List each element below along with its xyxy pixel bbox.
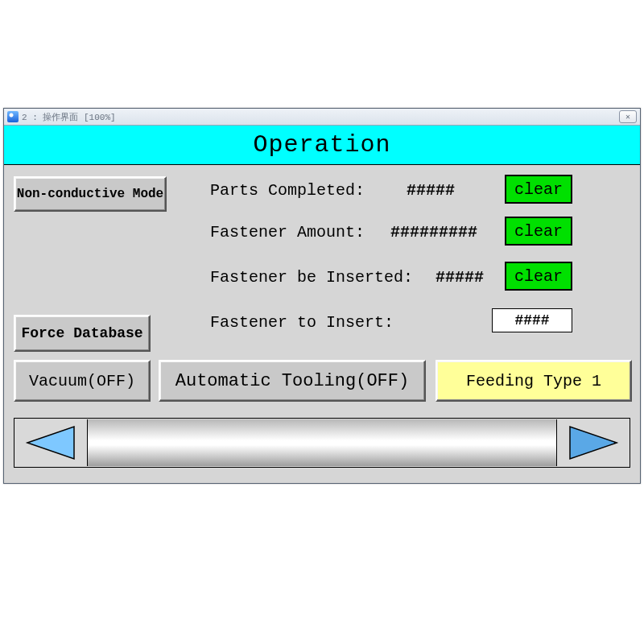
fastener-to-insert-input[interactable]: #### (492, 308, 572, 332)
svg-marker-1 (570, 427, 617, 459)
close-icon: ✕ (625, 112, 630, 122)
clear-label: clear (514, 222, 563, 241)
nav-next-button[interactable] (556, 419, 630, 466)
fastener-amount-value: ######### (390, 223, 477, 242)
page-header: Operation (4, 126, 640, 165)
parts-completed-label: Parts Completed: (210, 181, 365, 200)
fastener-to-insert-label: Fastener to Insert: (210, 313, 394, 332)
titlebar: 2 : 操作界面 [100%] ✕ (4, 109, 640, 126)
clear-label: clear (514, 180, 563, 199)
clear-fastener-inserted-button[interactable]: clear (505, 262, 572, 291)
fastener-to-insert-value: #### (514, 312, 549, 328)
mode-button-label: Non-conductive Mode (17, 187, 163, 201)
app-icon (7, 111, 19, 122)
nav-prev-button[interactable] (14, 419, 88, 466)
vacuum-toggle-button[interactable]: Vacuum(OFF) (14, 360, 151, 402)
arrow-left-icon (23, 423, 79, 462)
fastener-inserted-value: ##### (436, 268, 484, 287)
clear-fastener-amount-button[interactable]: clear (505, 217, 572, 246)
nav-track (88, 419, 556, 466)
force-database-button[interactable]: Force Database (14, 315, 151, 352)
app-window: 2 : 操作界面 [100%] ✕ Operation Non-conducti… (3, 108, 641, 484)
arrow-right-icon (565, 423, 621, 462)
automatic-tooling-toggle-button[interactable]: Automatic Tooling(OFF) (159, 360, 426, 402)
clear-label: clear (514, 267, 563, 286)
svg-marker-0 (27, 427, 74, 459)
page-title: Operation (253, 131, 390, 159)
close-button[interactable]: ✕ (619, 110, 637, 123)
vacuum-label: Vacuum(OFF) (29, 372, 135, 390)
auto-tool-label: Automatic Tooling(OFF) (175, 371, 409, 391)
feed-label: Feeding Type 1 (466, 372, 601, 390)
window-title: 2 : 操作界面 [100%] (22, 111, 116, 123)
feeding-type-button[interactable]: Feeding Type 1 (436, 360, 632, 402)
fastener-amount-label: Fastener Amount: (210, 223, 365, 242)
db-button-label: Force Database (21, 325, 142, 341)
parts-completed-value: ##### (407, 181, 455, 200)
fastener-inserted-label: Fastener be Inserted: (210, 268, 413, 287)
nav-bar (14, 418, 630, 468)
main-panel: Non-conductive Mode Force Database Vacuu… (4, 165, 640, 414)
clear-parts-completed-button[interactable]: clear (505, 175, 572, 204)
non-conductive-mode-button[interactable]: Non-conductive Mode (14, 176, 167, 212)
